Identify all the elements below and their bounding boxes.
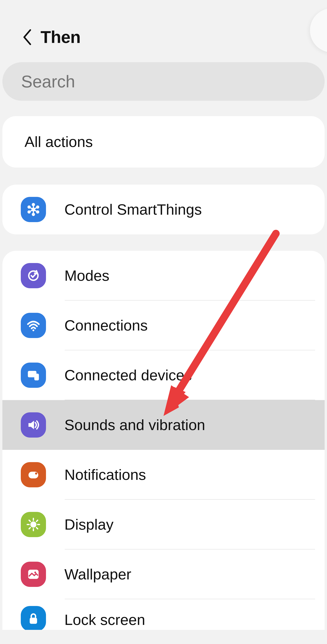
settings-list: Modes Connections Connected devices	[2, 251, 325, 630]
all-actions-label: All actions	[24, 133, 93, 150]
list-item-label: Wallpaper	[64, 566, 131, 583]
svg-rect-30	[30, 618, 37, 624]
notification-icon	[21, 462, 46, 487]
sun-icon	[21, 512, 46, 537]
all-actions-card[interactable]: All actions	[2, 116, 325, 168]
list-item-label: Notifications	[64, 466, 146, 484]
svg-point-18	[35, 472, 37, 475]
list-item-label: Connections	[64, 317, 148, 334]
svg-point-19	[31, 522, 36, 527]
svg-line-24	[29, 520, 30, 522]
wifi-icon	[21, 313, 46, 338]
search-input[interactable]	[21, 72, 306, 91]
list-item-connections[interactable]: Connections	[2, 300, 325, 350]
svg-line-27	[29, 528, 30, 529]
list-item-label: Connected devices	[64, 366, 192, 384]
svg-point-14	[32, 329, 34, 331]
svg-point-29	[34, 572, 36, 574]
picture-icon	[21, 562, 46, 587]
back-icon[interactable]	[22, 29, 32, 45]
list-item-label: Sounds and vibration	[64, 416, 205, 434]
devices-icon	[21, 362, 46, 388]
list-item-lock-screen[interactable]: Lock screen	[2, 599, 325, 630]
svg-rect-16	[34, 374, 39, 380]
list-item-label: Control SmartThings	[64, 201, 202, 218]
page-title: Then	[40, 27, 80, 47]
svg-line-25	[36, 528, 38, 529]
smartthings-icon	[21, 197, 46, 222]
list-item-smartthings[interactable]: Control SmartThings	[2, 184, 325, 234]
lock-icon	[21, 606, 46, 630]
list-item-wallpaper[interactable]: Wallpaper	[2, 550, 325, 599]
list-item-notifications[interactable]: Notifications	[2, 450, 325, 500]
list-item-label: Display	[64, 516, 114, 533]
list-item-sounds-and-vibration[interactable]: Sounds and vibration	[2, 400, 325, 450]
volume-icon	[21, 412, 46, 438]
smartthings-card: Control SmartThings	[2, 184, 325, 234]
modes-icon	[21, 263, 46, 288]
list-item-connected-devices[interactable]: Connected devices	[2, 350, 325, 400]
list-item-label: Lock screen	[64, 611, 145, 628]
svg-line-26	[36, 520, 38, 522]
list-item-display[interactable]: Display	[2, 500, 325, 550]
list-item-modes[interactable]: Modes	[2, 251, 325, 300]
page-header: Then	[0, 0, 327, 62]
search-field[interactable]	[2, 62, 325, 101]
list-item-label: Modes	[64, 267, 109, 284]
